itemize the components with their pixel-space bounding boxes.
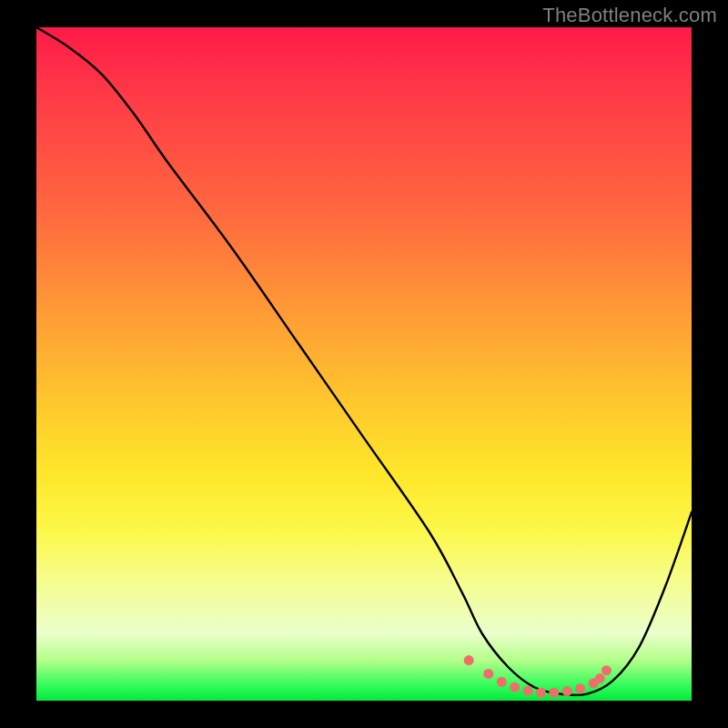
trough-dot — [497, 677, 507, 687]
plot-area — [36, 27, 692, 701]
trough-dot — [483, 669, 493, 679]
bottleneck-curve — [36, 27, 692, 695]
trough-dot — [536, 688, 546, 698]
chart-frame: TheBottleneck.com — [0, 0, 728, 728]
watermark-text: TheBottleneck.com — [542, 4, 717, 27]
trough-dot — [464, 655, 474, 665]
trough-dot — [510, 682, 520, 693]
trough-dot — [523, 685, 533, 695]
trough-dot — [602, 665, 612, 675]
trough-dots-group — [464, 655, 612, 698]
trough-dot — [549, 688, 559, 698]
trough-dot — [595, 673, 605, 683]
trough-dot — [562, 686, 572, 696]
chart-svg — [36, 27, 692, 701]
trough-dot — [575, 683, 585, 693]
